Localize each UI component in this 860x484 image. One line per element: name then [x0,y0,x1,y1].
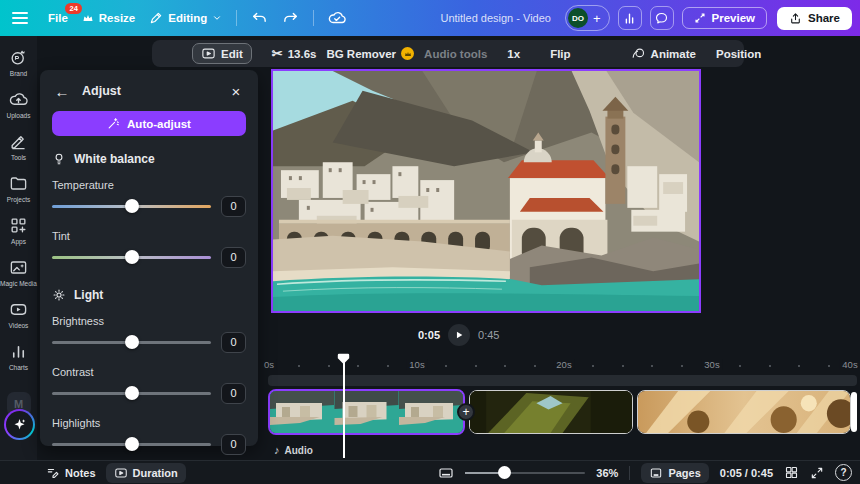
share-upload-icon [789,12,802,25]
fullscreen-icon[interactable] [810,466,824,480]
editing-mode-dropdown[interactable]: Editing [149,11,222,25]
sidebar-item-label: Charts [9,364,28,371]
sidebar-item-label: Videos [9,322,29,329]
videos-icon [9,300,28,319]
temperature-value[interactable]: 0 [221,196,246,217]
file-menu-button[interactable]: File 24 [48,12,68,24]
playback-speed-button[interactable]: 1x [507,48,520,60]
contrast-value[interactable]: 0 [221,383,246,404]
ruler-tick: 30s [701,359,722,370]
highlights-slider[interactable] [52,443,211,446]
sidebar-item-projects[interactable]: Projects [0,174,37,203]
temperature-slider[interactable] [52,205,211,208]
close-panel-button[interactable]: × [226,81,246,101]
sidebar-item-tools[interactable]: Tools [0,132,37,161]
magic-media-icon [9,258,28,277]
flip-button[interactable]: Flip [550,48,570,60]
clip-trim-handle[interactable] [851,392,857,432]
sidebar-item-magic-media[interactable]: Magic Media [0,258,37,287]
slider-thumb[interactable] [125,335,139,349]
audio-tools-button[interactable]: Audio tools [424,48,487,60]
pages-button[interactable]: Pages [641,463,708,483]
timeline-clip-3[interactable] [637,390,851,434]
slider-thumb[interactable] [125,199,139,213]
sidebar-item-videos[interactable]: Videos [0,300,37,329]
add-member-icon[interactable]: + [593,11,601,26]
timeline-zoom-slider[interactable] [465,472,585,474]
back-button[interactable]: ← [52,81,72,101]
light-icon [52,288,66,302]
bar-chart-icon [622,11,637,26]
timeline-view-icon[interactable] [438,465,454,481]
tint-value[interactable]: 0 [221,247,246,268]
edit-label: Edit [221,48,243,60]
share-button[interactable]: Share [777,7,852,30]
animate-button[interactable]: Animate [631,46,696,61]
slider-thumb[interactable] [125,386,139,400]
selected-video-canvas[interactable] [271,69,701,313]
scissors-icon: ✂ [272,46,283,61]
notification-badge: 24 [65,3,81,14]
notes-button[interactable]: Notes [46,466,96,480]
sidebar-item-brand[interactable]: Brand [0,48,37,77]
highlights-value[interactable]: 0 [221,434,246,455]
edit-video-button[interactable]: Edit [192,43,252,64]
timeline-clip-2[interactable] [469,390,633,434]
grid-view-icon[interactable] [784,465,799,480]
scene-strip[interactable] [268,375,857,386]
flip-label: Flip [550,48,570,60]
amalfi-coast-video-frame [273,71,699,311]
insights-button[interactable] [618,6,642,30]
white-balance-icon [52,152,66,166]
audio-track[interactable]: ♪ Audio [274,444,313,456]
contrast-slider[interactable] [52,392,211,395]
sidebar-item-apps[interactable]: Apps [0,216,37,245]
duration-button[interactable]: Duration [106,463,186,483]
playhead-line[interactable] [343,355,345,458]
sidebar-item-uploads[interactable]: Uploads [0,90,37,119]
help-button[interactable]: ? [835,464,852,481]
trim-button[interactable]: ✂ 13.6s [272,46,317,61]
file-menu-label: File [48,12,68,24]
clip-duration: 13.6s [288,48,317,60]
object-panel-sidebar: Brand Uploads Tools Projects Apps Magic … [0,36,37,460]
bg-remover-button[interactable]: BG Remover [326,47,414,60]
sidebar-item-charts[interactable]: Charts [0,342,37,371]
duration-label: Duration [133,467,178,479]
ruler-tick: 10s [406,359,427,370]
zoom-percent[interactable]: 36% [596,467,618,479]
white-balance-label: White balance [74,152,155,166]
uploads-icon [9,90,28,109]
play-button[interactable] [448,324,470,346]
position-button[interactable]: Position [716,48,761,60]
preview-button[interactable]: Preview [682,7,767,29]
tint-slider[interactable] [52,256,211,259]
charts-icon [9,342,28,361]
comments-button[interactable] [650,6,674,30]
share-label: Share [808,12,840,24]
auto-adjust-button[interactable]: Auto-adjust [52,111,246,136]
design-title[interactable]: Untitled design - Video [440,12,550,24]
animate-label: Animate [651,48,696,60]
divider [236,10,237,26]
zoom-slider-thumb[interactable] [498,466,511,479]
position-label: Position [716,48,761,60]
main-menu-icon[interactable] [12,12,28,24]
canva-assistant-button[interactable] [4,409,35,440]
brightness-slider[interactable] [52,341,211,344]
add-clip-button[interactable]: + [457,403,475,421]
resize-button[interactable]: Resize [82,12,135,24]
slider-thumb[interactable] [125,437,139,451]
brightness-value[interactable]: 0 [221,332,246,353]
timeline-clip-1-selected[interactable] [268,389,465,435]
redo-icon[interactable] [282,10,299,27]
undo-icon[interactable] [251,10,268,27]
slider-thumb[interactable] [125,250,139,264]
premium-crown-icon [401,47,414,60]
preview-label: Preview [712,12,755,24]
notes-icon [46,466,60,480]
collaborators-group[interactable]: DO + [565,5,610,31]
playhead-pin[interactable] [337,353,350,365]
ruler-tick: 20s [553,359,574,370]
avatar[interactable]: DO [568,8,588,28]
